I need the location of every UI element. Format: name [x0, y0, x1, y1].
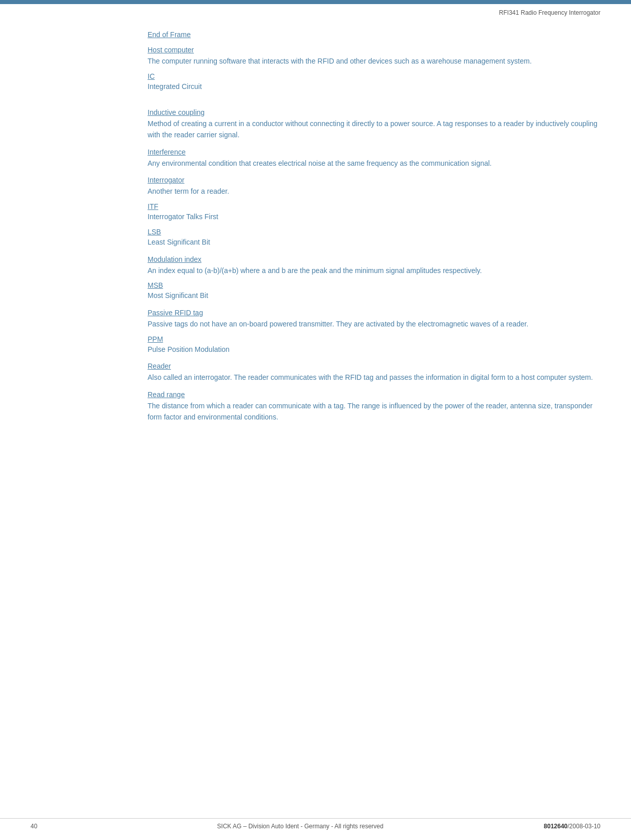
term-heading-ic[interactable]: IC [148, 72, 600, 80]
term-heading-interrogator[interactable]: Interrogator [148, 176, 600, 184]
term-heading-read-range[interactable]: Read range [148, 391, 600, 399]
footer-doc-number: 8012640/2008-03-10 [539, 823, 600, 830]
top-bar [0, 0, 631, 4]
footer-doc-number-bold: 8012640 [544, 823, 568, 830]
term-definition-inductive-coupling: Method of creating a current in a conduc… [148, 118, 600, 140]
term-definition-host-computer: The computer running software that inter… [148, 56, 600, 67]
term-heading-itf[interactable]: ITF [148, 202, 600, 211]
term-definition-reader: Also called an interrogator. The reader … [148, 372, 600, 383]
term-definition-interrogator: Another term for a reader. [148, 186, 600, 197]
term-heading-end-of-frame[interactable]: End of Frame [148, 31, 600, 39]
term-definition-lsb: Least Significant Bit [148, 237, 600, 248]
term-heading-passive-rfid-tag[interactable]: Passive RFID tag [148, 309, 600, 317]
header-title: RFI341 Radio Frequency Interrogator [0, 4, 631, 18]
term-heading-inductive-coupling[interactable]: Inductive coupling [148, 108, 600, 116]
term-definition-interference: Any environmental condition that creates… [148, 158, 600, 169]
term-definition-read-range: The distance from which a reader can com… [148, 401, 600, 423]
spacer-inductive-coupling [148, 95, 600, 101]
footer-center-text: SICK AG – Division Auto Ident - Germany … [61, 823, 539, 830]
term-heading-host-computer[interactable]: Host computer [148, 46, 600, 54]
header-title-text: RFI341 Radio Frequency Interrogator [499, 9, 600, 16]
term-definition-passive-rfid-tag: Passive tags do not have an on-board pow… [148, 319, 600, 330]
footer-doc-date: /2008-03-10 [567, 823, 600, 830]
term-heading-interference[interactable]: Interference [148, 148, 600, 156]
term-heading-modulation-index[interactable]: Modulation index [148, 255, 600, 263]
term-heading-ppm[interactable]: PPM [148, 335, 600, 343]
term-heading-lsb[interactable]: LSB [148, 228, 600, 236]
term-definition-ppm: Pulse Position Modulation [148, 344, 600, 355]
term-definition-modulation-index: An index equal to (a-b)/(a+b) where a an… [148, 265, 600, 277]
term-definition-ic: Integrated Circuit [148, 81, 600, 93]
footer: 40 SICK AG – Division Auto Ident - Germa… [0, 818, 631, 830]
term-definition-msb: Most Significant Bit [148, 290, 600, 302]
term-heading-msb[interactable]: MSB [148, 281, 600, 289]
term-heading-reader[interactable]: Reader [148, 362, 600, 370]
footer-page-number: 40 [31, 823, 61, 830]
term-definition-itf: Interrogator Talks First [148, 212, 600, 223]
page-content: End of FrameHost computerThe computer ru… [0, 18, 631, 456]
